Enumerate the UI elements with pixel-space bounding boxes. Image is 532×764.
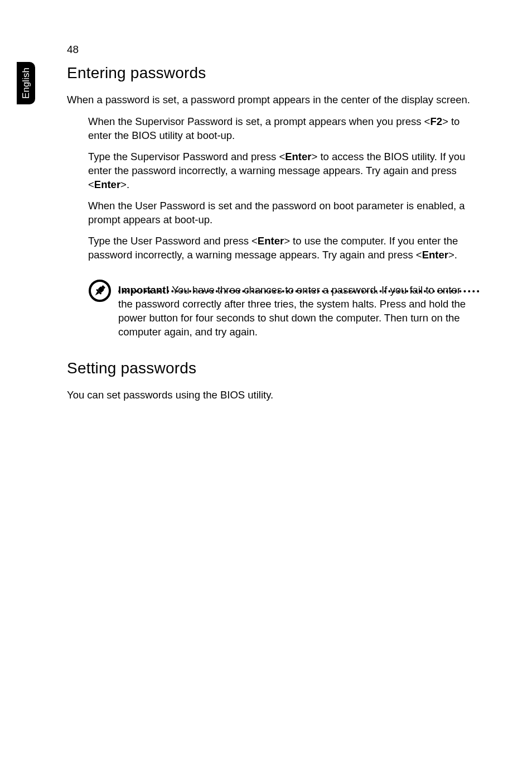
section-heading-setting-passwords: Setting passwords xyxy=(67,359,480,377)
section2-body: You can set passwords using the BIOS uti… xyxy=(67,388,480,402)
note-block: Important! You have three chances to ent… xyxy=(67,284,480,339)
bullet-item-4: Type the User Password and press <Enter>… xyxy=(88,234,478,262)
key-enter: Enter xyxy=(285,151,311,162)
dotted-divider xyxy=(118,290,480,292)
key-enter: Enter xyxy=(422,249,448,261)
language-tab-label: English xyxy=(21,68,32,99)
intro-paragraph: When a password is set, a password promp… xyxy=(67,93,480,107)
key-f2: F2 xyxy=(430,116,442,127)
page-number: 48 xyxy=(67,44,79,56)
bullet-item-2: Type the Supervisor Password and press <… xyxy=(88,150,478,192)
pin-icon xyxy=(88,279,112,302)
bullet-list: When the Supervisor Password is set, a p… xyxy=(88,115,478,262)
key-enter: Enter xyxy=(94,179,120,190)
bullet-item-3: When the User Password is set and the pa… xyxy=(88,199,478,227)
key-enter: Enter xyxy=(258,235,284,247)
bullet-item-1: When the Supervisor Password is set, a p… xyxy=(88,115,478,143)
language-tab: English xyxy=(17,62,35,104)
section-heading-entering-passwords: Entering passwords xyxy=(67,64,480,82)
page-content: Entering passwords When a password is se… xyxy=(67,64,480,410)
